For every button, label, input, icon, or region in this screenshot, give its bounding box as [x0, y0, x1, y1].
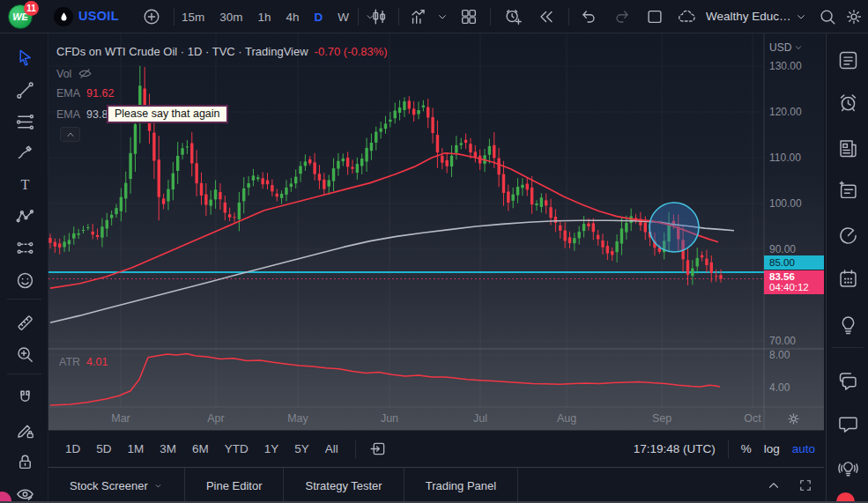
- currency-label: USD: [769, 41, 791, 54]
- chats-icon[interactable]: [835, 367, 861, 394]
- tab-trading-panel[interactable]: Trading Panel: [404, 468, 517, 503]
- panel-collapse-icon[interactable]: [764, 476, 783, 495]
- range-button-1y[interactable]: 1Y: [260, 440, 284, 458]
- month-label-aug: Aug: [540, 412, 593, 425]
- toolbar-group-divider: [7, 299, 41, 300]
- legend-collapse-button[interactable]: [60, 127, 80, 142]
- text-tool-tool[interactable]: T: [10, 169, 40, 199]
- range-button-5y[interactable]: 5Y: [290, 440, 314, 458]
- news-icon[interactable]: [835, 135, 861, 161]
- percent-scale-button[interactable]: %: [741, 442, 752, 455]
- timeframe-1h[interactable]: 1h: [258, 11, 271, 24]
- log-scale-button[interactable]: log: [764, 442, 780, 455]
- atr-tick-4: 4.00: [769, 381, 790, 395]
- volume-legend-row: Vol: [56, 66, 93, 81]
- alert-add-icon[interactable]: [502, 6, 523, 27]
- comments-icon[interactable]: [835, 411, 861, 437]
- hotlists-icon[interactable]: [835, 222, 861, 248]
- atr-legend-row[interactable]: ATR 4.01: [59, 356, 108, 368]
- cursor-tool[interactable]: [10, 42, 40, 72]
- currency-select[interactable]: USD: [769, 41, 803, 54]
- zoom-in-tool[interactable]: [10, 339, 40, 369]
- tab-stock-screener[interactable]: Stock Screener: [48, 468, 184, 503]
- forecast-tool[interactable]: [10, 233, 40, 263]
- undo-icon[interactable]: [578, 6, 599, 27]
- cloud-save-icon[interactable]: [676, 6, 697, 27]
- ideas-icon[interactable]: [835, 311, 861, 337]
- lock-all-drawings-tool[interactable]: [10, 447, 40, 477]
- watchlist-icon[interactable]: [835, 47, 861, 73]
- xabcd-pattern-tool[interactable]: [10, 201, 40, 231]
- panel-maximize-icon[interactable]: [796, 476, 815, 495]
- range-button-all[interactable]: All: [321, 440, 343, 458]
- notification-badge[interactable]: 11: [24, 1, 39, 16]
- notes-icon[interactable]: [835, 177, 861, 203]
- tab-label: Strategy Tester: [305, 479, 382, 492]
- compare-add-icon[interactable]: [141, 6, 162, 27]
- layout-chevron-icon[interactable]: [794, 6, 808, 27]
- candles-style-icon[interactable]: [368, 6, 389, 27]
- grid-layout-icon[interactable]: [458, 6, 479, 27]
- price-tick-100: 100.00: [769, 196, 802, 211]
- tab-divider: [517, 468, 518, 503]
- settings-gear-icon[interactable]: [843, 6, 864, 27]
- search-icon[interactable]: [817, 6, 838, 27]
- eye-off-icon[interactable]: [78, 66, 93, 81]
- redo-icon[interactable]: [612, 6, 633, 27]
- hide-drawings-tool[interactable]: [10, 478, 40, 503]
- volume-label: Vol: [56, 68, 71, 80]
- ema2-legend-row[interactable]: EMA 93.8: [56, 108, 108, 121]
- toolbar-divider: [490, 8, 491, 26]
- chevron-down-icon: [794, 43, 803, 52]
- alerts-icon[interactable]: [835, 89, 861, 115]
- range-button-ytd[interactable]: YTD: [220, 440, 253, 458]
- annotation-circle[interactable]: [649, 203, 699, 252]
- ruler-tool[interactable]: [10, 307, 40, 337]
- go-to-date-icon[interactable]: [368, 439, 389, 460]
- indicators-icon[interactable]: [408, 6, 429, 27]
- indicators-chevron-icon[interactable]: [435, 6, 449, 27]
- magnet-tool[interactable]: [10, 382, 40, 412]
- chevron-down-icon: [153, 481, 163, 491]
- streams-icon[interactable]: [835, 455, 861, 481]
- timeframe-30m[interactable]: 30m: [219, 11, 242, 24]
- range-button-1d[interactable]: 1D: [61, 440, 85, 458]
- toolbar-divider: [568, 8, 569, 26]
- tab-strategy-tester[interactable]: Strategy Tester: [284, 468, 403, 503]
- ema2-label: EMA: [56, 108, 80, 121]
- top-toolbar: WE 11 USOIL 15m30m1h4hDW Wealthy Educ…: [0, 0, 868, 33]
- chart-region[interactable]: USD CFDs on WTI Crude Oil · 1D · TVC · T…: [48, 33, 824, 430]
- symbol-button[interactable]: USOIL: [78, 9, 119, 23]
- ema1-legend-row[interactable]: EMA 91.62: [56, 87, 114, 100]
- price-chart-canvas[interactable]: [48, 33, 824, 430]
- timeframe-d[interactable]: D: [315, 11, 323, 24]
- range-button-5d[interactable]: 5D: [92, 440, 115, 458]
- auto-scale-button[interactable]: auto: [792, 442, 815, 455]
- symbol-description[interactable]: CFDs on WTI Crude Oil · 1D · TVC · Tradi…: [56, 45, 308, 58]
- brush-tool[interactable]: [10, 137, 40, 166]
- toolbar-divider: [174, 8, 174, 26]
- clock[interactable]: 17:19:48 (UTC): [634, 442, 716, 455]
- timeframe-15m[interactable]: 15m: [182, 11, 204, 24]
- timeframe-4h[interactable]: 4h: [286, 11, 300, 24]
- divider: [728, 440, 729, 458]
- bar-replay-icon[interactable]: [536, 6, 557, 27]
- drawing-mode-lock-tool[interactable]: [10, 415, 40, 445]
- range-button-1m[interactable]: 1M: [123, 440, 149, 458]
- price-tick-130: 130.00: [769, 59, 802, 73]
- fib-retracement-tool[interactable]: [10, 107, 40, 137]
- time-axis-settings-icon[interactable]: [785, 411, 803, 428]
- trend-line-tool[interactable]: [10, 75, 40, 105]
- month-label-apr: Apr: [189, 412, 242, 425]
- price-change: -0.70 (-0.83%): [315, 45, 388, 58]
- layout-name[interactable]: Wealthy Educ…: [706, 10, 790, 23]
- tab-pine-editor[interactable]: Pine Editor: [185, 468, 284, 503]
- layout-frame-icon[interactable]: [644, 6, 665, 27]
- left-drawing-toolbar: T: [0, 33, 48, 503]
- calendar-icon[interactable]: [835, 265, 861, 292]
- timeframe-w[interactable]: W: [338, 11, 349, 24]
- range-button-3m[interactable]: 3M: [155, 440, 181, 458]
- range-button-6m[interactable]: 6M: [188, 440, 213, 458]
- emoji-tool[interactable]: [10, 265, 40, 295]
- svg-text:T: T: [20, 175, 29, 192]
